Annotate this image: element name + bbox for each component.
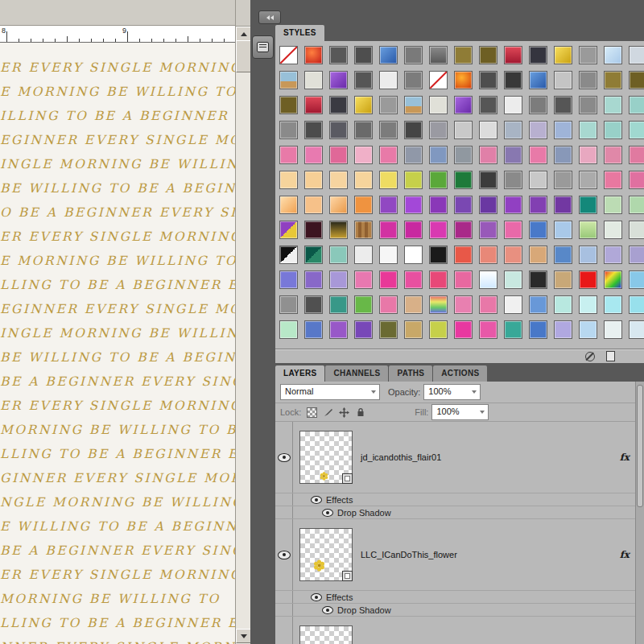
style-swatch[interactable] [429,221,448,239]
drop-shadow-row[interactable]: Drop Shadow [275,604,636,617]
style-swatch[interactable] [354,270,373,289]
layer-row[interactable] [275,617,636,644]
layer-row[interactable]: jd_icandothis_flair01 fx [275,422,636,493]
style-swatch[interactable] [554,171,572,189]
clear-style-icon[interactable] [585,352,595,361]
style-swatch[interactable] [604,270,622,289]
tab-styles[interactable]: STYLES [275,25,324,41]
style-swatch[interactable] [529,196,547,214]
style-swatch[interactable] [429,320,448,339]
style-swatch[interactable] [379,96,398,114]
style-swatch[interactable] [629,221,644,239]
style-swatch[interactable] [429,121,448,139]
style-swatch[interactable] [304,246,323,264]
style-swatch[interactable] [279,270,298,289]
style-swatch[interactable] [304,46,323,64]
style-swatch[interactable] [429,146,448,164]
drop-shadow-row[interactable]: Drop Shadow [275,506,636,519]
style-swatch[interactable] [604,246,622,264]
style-swatch[interactable] [404,320,423,339]
style-swatch-none[interactable] [279,46,298,64]
style-swatch[interactable] [604,171,622,189]
horizontal-ruler[interactable]: 89 [0,26,235,43]
style-swatch[interactable] [279,246,298,264]
style-swatch[interactable] [604,295,622,314]
style-swatch[interactable] [629,96,644,114]
lock-position-button[interactable] [338,407,350,419]
style-swatch[interactable] [279,320,298,339]
style-swatch[interactable] [279,121,298,139]
style-swatch[interactable] [554,295,572,314]
style-swatch[interactable] [604,146,622,164]
style-swatch[interactable] [454,196,473,214]
style-swatch[interactable] [529,96,547,114]
style-swatch[interactable] [504,46,522,64]
style-swatch[interactable] [629,46,644,64]
tab-actions[interactable]: ACTIONS [433,365,487,382]
style-swatch[interactable] [329,96,348,114]
layer-thumbnail[interactable] [299,625,353,644]
style-swatch[interactable] [329,221,348,239]
style-swatch[interactable] [454,295,473,314]
visibility-eye-icon[interactable] [322,509,333,517]
style-swatch[interactable] [579,270,597,289]
style-swatch[interactable] [329,196,348,214]
style-swatch[interactable] [479,196,497,214]
style-swatch[interactable] [429,171,448,189]
style-swatch[interactable] [629,320,644,339]
style-swatch[interactable] [554,46,572,64]
scrollbar-thumb[interactable] [236,40,252,72]
style-swatch[interactable] [579,320,597,339]
style-swatch[interactable] [554,221,572,239]
style-swatch[interactable] [354,71,373,89]
effects-row[interactable]: Effects [275,591,636,604]
style-swatch[interactable] [354,171,373,189]
style-swatch[interactable] [554,146,572,164]
style-swatch[interactable] [479,96,497,114]
style-swatch[interactable] [504,171,522,189]
style-swatch[interactable] [354,320,373,339]
layer-row[interactable]: LLC_ICanDoThis_flower fx [275,519,636,591]
fx-badge[interactable]: fx [620,452,630,463]
blend-mode-dropdown[interactable]: Normal [280,384,380,400]
fill-field[interactable]: 100% [431,404,489,420]
style-swatch[interactable] [279,171,298,189]
style-swatch[interactable] [404,146,423,164]
layer-name[interactable]: LLC_ICanDoThis_flower [361,550,457,559]
visibility-eye-icon[interactable] [278,453,291,462]
style-swatch[interactable] [454,320,473,339]
style-swatch[interactable] [404,121,423,139]
style-swatch[interactable] [479,46,497,64]
style-swatch[interactable] [504,96,522,114]
style-swatch[interactable] [629,71,644,89]
style-swatch[interactable] [379,121,398,139]
style-swatch[interactable] [404,270,423,289]
style-swatch[interactable] [629,246,644,264]
style-swatch[interactable] [604,196,622,214]
style-swatch[interactable] [529,246,547,264]
style-swatch[interactable] [354,46,373,64]
style-swatch-none[interactable] [429,71,448,89]
style-swatch[interactable] [304,196,323,214]
style-swatch[interactable] [504,295,522,314]
collapsed-panel-button[interactable] [252,35,274,59]
style-swatch[interactable] [554,196,572,214]
style-swatch[interactable] [479,320,497,339]
style-swatch[interactable] [604,320,622,339]
style-swatch[interactable] [579,221,597,239]
style-swatch[interactable] [554,71,572,89]
layer-thumbnail[interactable] [299,528,353,581]
style-swatch[interactable] [454,71,473,89]
style-swatch[interactable] [329,171,348,189]
style-swatch[interactable] [579,46,597,64]
style-swatch[interactable] [404,71,423,89]
style-swatch[interactable] [404,96,423,114]
lock-transparency-button[interactable] [306,407,318,419]
new-style-icon[interactable] [606,351,615,361]
style-swatch[interactable] [304,320,323,339]
layers-scrollbar-thumb[interactable] [637,385,643,507]
style-swatch[interactable] [504,196,522,214]
opacity-field[interactable]: 100% [423,384,481,400]
style-swatch[interactable] [579,171,597,189]
style-swatch[interactable] [279,146,298,164]
